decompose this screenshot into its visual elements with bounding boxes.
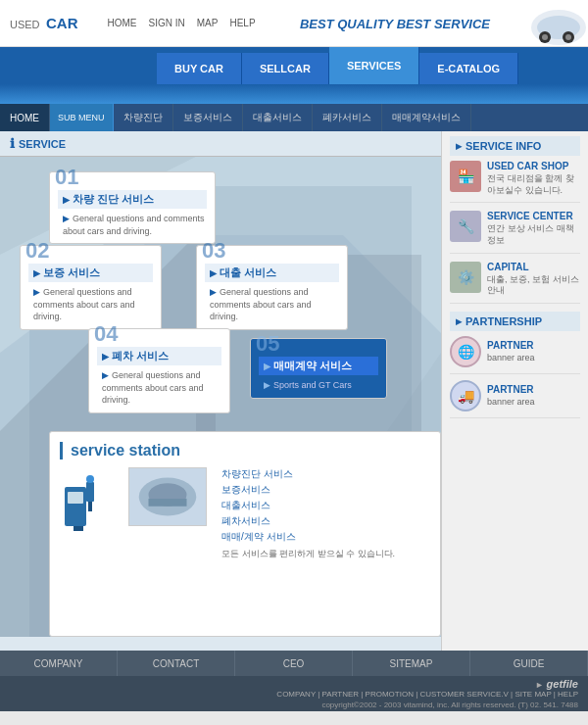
box2-num: 02 <box>25 238 49 264</box>
box1-num: 01 <box>55 165 78 190</box>
link-1[interactable]: 보증서비스 <box>221 483 395 497</box>
footer-nav: COMPANY CONTACT CEO SITEMAP GUIDE <box>0 651 588 676</box>
tab-services[interactable]: SERVICES <box>329 47 419 84</box>
shop-desc: 전국 대리점을 함께 찾아보실수 있습니다. <box>487 173 580 196</box>
copyright: copyright©2002 - 2003 vitamind, inc. All… <box>276 701 578 709</box>
footer-contact[interactable]: CONTACT <box>118 651 235 676</box>
main-content: ℹ SERVICE 01 ▶차량 진단 서비스 <box>0 131 441 651</box>
svg-rect-14 <box>74 526 83 531</box>
service-center-icon: 🔧 <box>450 211 481 242</box>
box3-num: 03 <box>202 238 225 264</box>
partner1-icon: 🌐 <box>450 336 481 367</box>
capital-name: CAPITAL <box>487 262 580 272</box>
capital-icon: ⚙️ <box>450 262 481 293</box>
bottom-bar: ► getfile COMPANY | PARTNER | PROMOTION … <box>0 676 588 711</box>
box5-desc: ▶Sports and GT Cars <box>259 379 378 392</box>
footer-guide[interactable]: GUIDE <box>470 651 588 676</box>
sub-menu-bar: HOME SUB MENU 차량진단 보증서비스 대출서비스 폐카서비스 매매계… <box>0 104 588 131</box>
main-nav: BUY CAR SELLCAR SERVICES E-CATALOG <box>0 47 588 84</box>
link-0[interactable]: 차량진단 서비스 <box>221 467 395 481</box>
box2-desc: ▶General questions and comments about ca… <box>28 286 153 323</box>
partner1-name: PARTNER <box>487 340 535 351</box>
sidebar-used-car-shop[interactable]: 🏪 USED CAR SHOP 전국 대리점을 함께 찾아보실수 있습니다. <box>450 161 580 203</box>
station-image <box>128 467 207 526</box>
sidebar-partner-1[interactable]: 🌐 PARTNER banner area <box>450 336 580 374</box>
tab-ecatalog[interactable]: E-CATALOG <box>419 53 518 84</box>
bottom-info: ► getfile COMPANY | PARTNER | PROMOTION … <box>276 678 578 709</box>
service-box-3[interactable]: 03 ▶대출 서비스 ▶General questions and commen… <box>196 245 348 330</box>
service-boxes: 01 ▶차량 진단 서비스 ▶General questions and com… <box>0 157 441 637</box>
nav-help[interactable]: HELP <box>229 18 255 28</box>
logo-car: CAR <box>46 15 78 31</box>
sidebar-service-center[interactable]: 🔧 SERVICE CENTER 연간 보상 서비스 매책 정보 <box>450 211 580 253</box>
service-box-1[interactable]: 01 ▶차량 진단 서비스 ▶General questions and com… <box>49 171 216 244</box>
partner2-name: PARTNER <box>487 384 535 395</box>
shop-icon: 🏪 <box>450 161 481 192</box>
sub-menu-label: SUB MENU <box>50 104 114 131</box>
header: USED CAR HOME SIGN IN MAP HELP BEST QUAL… <box>0 0 588 47</box>
partner2-desc: banner area <box>487 397 535 409</box>
sub-home[interactable]: HOME <box>0 104 50 131</box>
logo: USED CAR <box>0 15 88 32</box>
tab-sellcar[interactable]: SELLCAR <box>242 53 329 84</box>
sub-items: 차량진단 보증서비스 대출서비스 폐카서비스 매매계약서비스 <box>114 104 471 131</box>
service-box-5[interactable]: 05 ▶매매계약 서비스 ▶Sports and GT Cars <box>250 338 387 399</box>
tab-buy-car[interactable]: BUY CAR <box>157 53 242 84</box>
sidebar-partner-2[interactable]: 🚚 PARTNER banner area <box>450 380 580 418</box>
sub-item-2[interactable]: 대출서비스 <box>243 104 313 131</box>
sub-item-3[interactable]: 폐카서비스 <box>313 104 382 131</box>
svg-rect-13 <box>68 492 83 504</box>
bottom-logo: ► getfile <box>276 678 578 690</box>
footer-sitemap[interactable]: SITEMAP <box>353 651 470 676</box>
service-info-title: SERVICE INFO <box>450 136 580 156</box>
box4-title: ▶폐차 서비스 <box>97 347 221 365</box>
service-box-4[interactable]: 04 ▶폐차 서비스 ▶General questions and commen… <box>88 328 230 413</box>
box4-desc: ▶General questions and comments about ca… <box>97 369 221 407</box>
svg-rect-21 <box>149 499 187 507</box>
header-nav: HOME SIGN IN MAP HELP <box>108 18 256 28</box>
partnership-title: PARTNERSHIP <box>450 312 580 331</box>
sub-item-4[interactable]: 매매계약서비스 <box>382 104 471 131</box>
partner2-icon: 🚚 <box>450 380 481 411</box>
service-center-name: SERVICE CENTER <box>487 211 580 221</box>
nav-home[interactable]: HOME <box>108 18 137 28</box>
box2-title: ▶보증 서비스 <box>28 264 153 282</box>
sub-item-1[interactable]: 보증서비스 <box>173 104 243 131</box>
svg-point-3 <box>542 34 548 40</box>
tagline: BEST QUALITY BEST SERVICE <box>300 16 490 30</box>
service-station: service station <box>49 431 441 637</box>
svg-rect-17 <box>88 502 92 511</box>
service-center-desc: 연간 보상 서비스 매책 정보 <box>487 223 580 246</box>
svg-point-5 <box>565 34 571 40</box>
blue-banner <box>0 84 588 104</box>
svg-point-16 <box>86 475 94 483</box>
box5-title: ▶매매계약 서비스 <box>259 357 378 375</box>
service-label: ℹ SERVICE <box>0 131 441 157</box>
partner1-desc: banner area <box>487 353 535 364</box>
link-4[interactable]: 매매/계약 서비스 <box>221 530 395 544</box>
link-2[interactable]: 대출서비스 <box>221 499 395 512</box>
station-note: 모든 서비스를 편리하게 받으실 수 있습니다. <box>221 548 395 560</box>
box4-num: 04 <box>94 321 118 347</box>
box1-title: ▶차량 진단 서비스 <box>58 190 207 209</box>
car-decoration <box>470 0 588 47</box>
footer-company[interactable]: COMPANY <box>0 651 118 676</box>
nav-map[interactable]: MAP <box>197 18 219 28</box>
shop-name: USED CAR SHOP <box>487 161 580 171</box>
service-box-2[interactable]: 02 ▶보증 서비스 ▶General questions and commen… <box>20 245 162 330</box>
sub-item-0[interactable]: 차량진단 <box>114 104 173 131</box>
box3-desc: ▶General questions and comments about ca… <box>205 286 339 323</box>
nav-signin[interactable]: SIGN IN <box>149 18 185 28</box>
logo-used: USED <box>10 19 40 30</box>
service-title: SERVICE <box>19 138 66 150</box>
link-3[interactable]: 폐차서비스 <box>221 514 395 528</box>
sidebar-capital[interactable]: ⚙️ CAPITAL 대출, 보증, 보험 서비스 안내 <box>450 262 580 304</box>
box1-desc: ▶General questions and comments about ca… <box>58 213 207 237</box>
gas-pump-icon <box>60 467 99 562</box>
sidebar: SERVICE INFO 🏪 USED CAR SHOP 전국 대리점을 함께 … <box>441 131 588 651</box>
box5-num: 05 <box>256 331 279 357</box>
bottom-links: COMPANY | PARTNER | PROMOTION | CUSTOMER… <box>276 690 578 699</box>
bottom-logo-text: getfile <box>547 678 578 690</box>
sidebar-service-info: SERVICE INFO 🏪 USED CAR SHOP 전국 대리점을 함께 … <box>442 131 588 429</box>
footer-ceo[interactable]: CEO <box>235 651 353 676</box>
